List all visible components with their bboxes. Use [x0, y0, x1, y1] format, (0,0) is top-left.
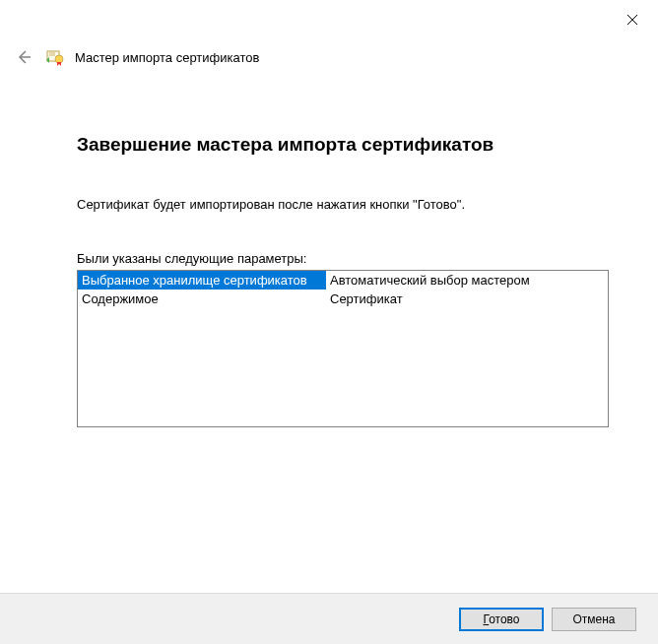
table-row[interactable]: Выбранное хранилище сертификатовАвтомати…	[78, 271, 608, 290]
dialog-footer: Готово Отмена	[0, 593, 658, 644]
certificate-icon	[45, 47, 65, 67]
page-heading: Завершение мастера импорта сертификатов	[77, 134, 611, 156]
close-button[interactable]	[625, 12, 640, 28]
wizard-title: Мастер импорта сертификатов	[75, 50, 259, 65]
back-button[interactable]	[12, 45, 35, 69]
params-listbox[interactable]: Выбранное хранилище сертификатовАвтомати…	[77, 270, 609, 427]
param-key: Выбранное хранилище сертификатов	[78, 271, 326, 290]
table-row[interactable]: СодержимоеСертификат	[78, 290, 608, 308]
finish-button[interactable]: Готово	[459, 608, 544, 631]
param-value: Сертификат	[326, 290, 608, 308]
param-value: Автоматический выбор мастером	[326, 271, 608, 290]
params-label: Были указаны следующие параметры:	[77, 251, 611, 266]
params-table: Выбранное хранилище сертификатовАвтомати…	[78, 271, 608, 308]
wizard-header: Мастер импорта сертификатов	[12, 45, 259, 69]
svg-point-4	[55, 55, 63, 63]
arrow-left-icon	[16, 49, 32, 65]
cancel-button[interactable]: Отмена	[552, 608, 636, 631]
close-icon	[626, 14, 638, 26]
param-key: Содержимое	[78, 290, 326, 308]
description-text: Сертификат будет импортирован после нажа…	[77, 197, 611, 212]
